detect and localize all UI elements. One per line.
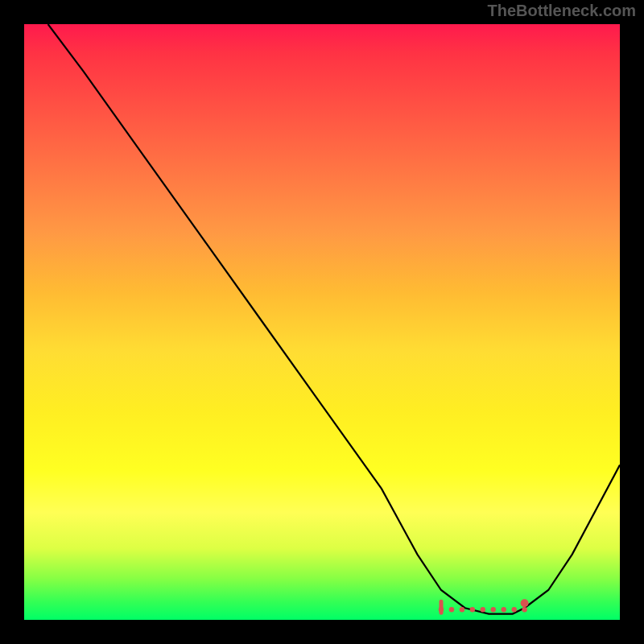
svg-point-6 [491, 607, 496, 612]
svg-point-8 [511, 607, 516, 612]
svg-point-3 [460, 607, 464, 612]
svg-point-4 [470, 607, 475, 612]
curve-end-dot [521, 599, 529, 607]
svg-point-1 [439, 607, 444, 612]
svg-point-5 [481, 607, 485, 612]
watermark-text: TheBottleneck.com [488, 2, 636, 20]
svg-point-2 [449, 607, 454, 612]
svg-point-7 [502, 607, 506, 612]
chart-gradient-area [24, 24, 620, 620]
flat-region-markers [439, 601, 527, 613]
chart-svg [24, 24, 620, 620]
bottleneck-curve-line [48, 24, 620, 614]
svg-point-9 [522, 607, 526, 612]
